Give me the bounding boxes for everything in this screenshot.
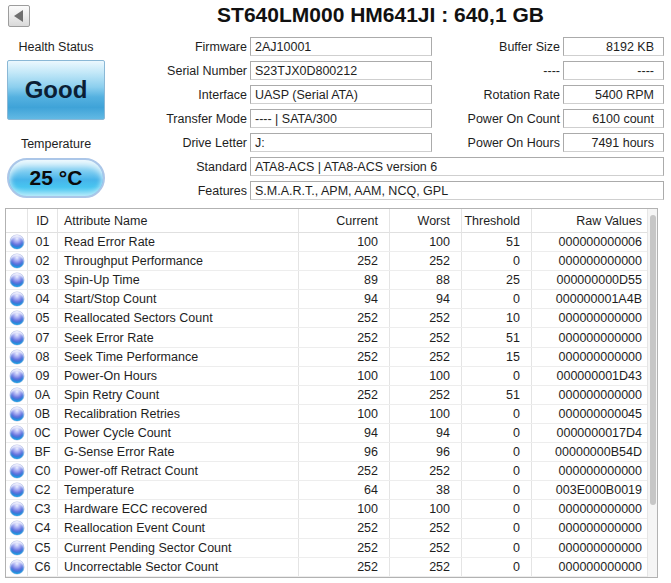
info-field-value[interactable]: S23TJX0D800212 [250,61,432,80]
info-field-value[interactable]: 5400 RPM [563,85,664,104]
threshold-value-cell: 0 [462,462,532,480]
current-value-cell: 252 [299,309,390,327]
status-cell [6,519,28,537]
threshold-value-cell: 51 [462,233,532,251]
raw-values-cell: 000000000000 [532,462,649,480]
info-field-label: Standard [0,160,250,174]
smart-attribute-row[interactable]: C5 Current Pending Sector Count 252 252 … [6,539,657,558]
status-cell [6,500,28,518]
back-button[interactable] [8,5,30,27]
info-field-value[interactable]: 8192 KB [563,37,664,56]
attribute-name-cell: Power-off Retract Count [58,462,299,480]
attribute-name-cell: Temperature [58,481,299,499]
current-value-cell: 89 [299,271,390,289]
info-field-label: Power On Hours [440,136,563,150]
info-field-value[interactable]: 6100 count [563,109,664,128]
info-field-label: Firmware [0,40,250,54]
raw-values-cell: 000000001D43 [532,367,649,385]
drive-info-row: Buffer Size 8192 KB [440,37,667,56]
worst-value-cell: 94 [390,424,462,442]
info-field-value[interactable]: J: [250,133,432,152]
info-field-label: Rotation Rate [440,88,563,102]
drive-info-row: Rotation Rate 5400 RPM [440,85,667,104]
worst-value-cell: 100 [390,233,462,251]
blue-orb-status-icon [10,254,24,268]
status-cell [6,481,28,499]
table-scrollbar[interactable] [647,209,657,577]
smart-attribute-row[interactable]: 0C Power Cycle Count 94 94 0 0000000017D… [6,424,657,443]
threshold-value-cell: 0 [462,290,532,308]
info-field-value[interactable]: 2AJ10001 [250,37,432,56]
blue-orb-status-icon [10,407,24,421]
attribute-name-cell: Recalibration Retries [58,405,299,423]
smart-attribute-row[interactable]: 09 Power-On Hours 100 100 0 000000001D43 [6,367,657,386]
attribute-name-cell: Seek Error Rate [58,328,299,346]
attribute-id-cell: 01 [28,233,58,251]
smart-attribute-row[interactable]: 07 Seek Error Rate 252 252 51 0000000000… [6,328,657,347]
threshold-value-cell: 0 [462,558,532,576]
drive-info-row: Power On Hours 7491 hours [440,133,667,152]
status-cell [6,252,28,270]
smart-table-body: 01 Read Error Rate 100 100 51 0000000000… [6,233,657,577]
attribute-id-cell: 03 [28,271,58,289]
back-arrow-icon [14,10,23,22]
drive-info-right-column: Buffer Size 8192 KB ---- ---- Rotation R… [440,37,667,157]
smart-attribute-row[interactable]: 04 Start/Stop Count 94 94 0 000000001A4B [6,290,657,309]
worst-value-cell: 252 [390,462,462,480]
attribute-id-cell: C2 [28,481,58,499]
smart-attribute-row[interactable]: C4 Reallocation Event Count 252 252 0 00… [6,519,657,538]
blue-orb-status-icon [10,445,24,459]
status-cell [6,309,28,327]
attribute-name-cell: Spin Retry Count [58,386,299,404]
info-field-value[interactable]: ---- | SATA/300 [250,109,432,128]
smart-table-header: IDAttribute NameCurrentWorstThresholdRaw… [6,209,657,233]
info-field-value[interactable]: S.M.A.R.T., APM, AAM, NCQ, GPL [250,181,664,200]
threshold-value-cell: 15 [462,348,532,366]
attribute-id-cell: 09 [28,367,58,385]
blue-orb-status-icon [10,502,24,516]
raw-values-cell: 000000000000 [532,500,649,518]
attribute-name-cell: Reallocation Event Count [58,519,299,537]
attribute-id-cell: C6 [28,558,58,576]
threshold-value-cell: 0 [462,405,532,423]
attribute-id-cell: 0B [28,405,58,423]
smart-attribute-row[interactable]: 0A Spin Retry Count 252 252 51 000000000… [6,386,657,405]
info-field-label: Transfer Mode [0,112,250,126]
status-cell [6,328,28,346]
smart-attribute-row[interactable]: 08 Seek Time Performance 252 252 15 0000… [6,348,657,367]
worst-value-cell: 252 [390,558,462,576]
smart-attribute-row[interactable]: 0B Recalibration Retries 100 100 0 00000… [6,405,657,424]
smart-attribute-row[interactable]: C0 Power-off Retract Count 252 252 0 000… [6,462,657,481]
raw-values-cell: 000000000000 [532,252,649,270]
attribute-id-cell: C3 [28,500,58,518]
current-value-cell: 252 [299,462,390,480]
attribute-name-cell: Current Pending Sector Count [58,539,299,557]
scrollbar-thumb[interactable] [650,215,656,505]
blue-orb-status-icon [10,464,24,478]
smart-attribute-row[interactable]: 05 Reallocated Sectors Count 252 252 10 … [6,309,657,328]
smart-attribute-row[interactable]: BF G-Sense Error Rate 96 96 0 00000000B5… [6,443,657,462]
column-header-threshold: Threshold [462,209,532,233]
smart-attribute-row[interactable]: C2 Temperature 64 38 0 003E000B0019 [6,481,657,500]
status-cell [6,367,28,385]
smart-attribute-row[interactable]: 02 Throughput Performance 252 252 0 0000… [6,252,657,271]
current-value-cell: 252 [299,348,390,366]
blue-orb-status-icon [10,369,24,383]
info-field-value[interactable]: UASP (Serial ATA) [250,85,432,104]
info-field-value[interactable]: 7491 hours [563,133,664,152]
worst-value-cell: 88 [390,271,462,289]
status-cell [6,424,28,442]
smart-attribute-row[interactable]: 03 Spin-Up Time 89 88 25 000000000D55 [6,271,657,290]
smart-attribute-row[interactable]: C3 Hardware ECC recovered 100 100 0 0000… [6,500,657,519]
blue-orb-status-icon [10,541,24,555]
status-cell [6,443,28,461]
info-field-value[interactable]: ---- [563,61,664,80]
current-value-cell: 100 [299,500,390,518]
current-value-cell: 64 [299,481,390,499]
drive-info-row: Features S.M.A.R.T., APM, AAM, NCQ, GPL [0,181,667,200]
smart-attribute-row[interactable]: 01 Read Error Rate 100 100 51 0000000000… [6,233,657,252]
info-field-value[interactable]: ATA8-ACS | ATA8-ACS version 6 [250,157,664,176]
attribute-name-cell: Start/Stop Count [58,290,299,308]
smart-attribute-row[interactable]: C6 Uncorrectable Sector Count 252 252 0 … [6,558,657,577]
threshold-value-cell: 0 [462,481,532,499]
